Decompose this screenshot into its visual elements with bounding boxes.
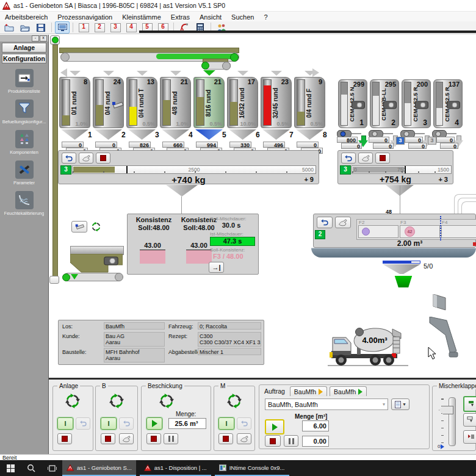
taskbar-app-intime-console[interactable]: INtime Console 0x9... bbox=[215, 460, 289, 476]
menu-prozessnavigation[interactable]: Prozessnavigation bbox=[52, 13, 117, 21]
silo-target-value: 826 bbox=[129, 142, 151, 148]
screen-4-button[interactable]: 4 bbox=[124, 21, 139, 34]
gate-close-button[interactable] bbox=[463, 430, 476, 444]
beschickung-stop-button[interactable] bbox=[146, 433, 161, 444]
silo-level-track bbox=[372, 82, 380, 126]
manual-flap-lever-icon[interactable] bbox=[110, 101, 124, 109]
silo-discharge-funnel[interactable] bbox=[229, 129, 256, 140]
screen-2-button[interactable]: 2 bbox=[92, 21, 107, 34]
m-stop-button[interactable] bbox=[218, 433, 233, 444]
monitor-icon bbox=[58, 24, 67, 32]
menu-extras[interactable]: Extras bbox=[166, 13, 195, 21]
m-group: M I bbox=[214, 386, 255, 451]
beschickung-pause-button[interactable] bbox=[164, 433, 178, 444]
auftrag-start-button[interactable] bbox=[265, 419, 284, 435]
menu-help[interactable]: ? bbox=[259, 13, 272, 21]
screen-3-button[interactable]: 3 bbox=[108, 21, 123, 34]
task-view-button[interactable] bbox=[41, 460, 62, 476]
skip-motor-icon[interactable] bbox=[104, 256, 118, 265]
silo-bin-number: 1 bbox=[88, 131, 92, 139]
silo-discharge-funnel-active[interactable] bbox=[195, 129, 223, 140]
skip-lever-button[interactable] bbox=[71, 221, 87, 233]
gate-slider-track[interactable] bbox=[449, 397, 456, 446]
m-start-button[interactable]: I bbox=[218, 417, 234, 430]
scale-manual-button[interactable] bbox=[358, 153, 373, 164]
m-undo-button[interactable] bbox=[237, 417, 251, 430]
silo-discharge-funnel[interactable] bbox=[262, 129, 290, 140]
screw-motor-icon[interactable] bbox=[383, 101, 397, 109]
job-tab-2[interactable]: BauMfh bbox=[330, 386, 367, 396]
sidebar-item-komponenten[interactable]: Komponenten bbox=[0, 130, 48, 155]
menu-kleinstaemme[interactable]: Kleinstämme bbox=[117, 13, 166, 21]
silo-discharge-funnel[interactable] bbox=[61, 129, 88, 140]
auftrag-target-volume[interactable]: 6.00 bbox=[302, 420, 329, 431]
auftrag-tab-label[interactable]: Auftrag bbox=[262, 386, 287, 396]
save-button[interactable] bbox=[34, 21, 48, 34]
process-screen-button[interactable] bbox=[55, 21, 70, 34]
b-stop-button[interactable] bbox=[101, 433, 115, 444]
sidebar-collapse-button[interactable]: - bbox=[32, 35, 39, 41]
auftrag-stop-button[interactable] bbox=[265, 435, 281, 447]
taskbar-search-button[interactable] bbox=[21, 460, 41, 476]
mixer-undo-button[interactable] bbox=[317, 217, 333, 228]
mixer-manual-button[interactable] bbox=[335, 217, 351, 228]
start-button[interactable] bbox=[0, 460, 21, 476]
auto-cycle-icon bbox=[109, 393, 124, 409]
sidebar-close-button[interactable]: x bbox=[40, 35, 47, 41]
scale-stop-button[interactable] bbox=[375, 153, 390, 164]
scale-undo-button[interactable] bbox=[341, 153, 356, 164]
mixer-volume: 2.00 m³ bbox=[369, 239, 451, 248]
b-undo-button[interactable] bbox=[119, 417, 134, 430]
auftrag-pause-button[interactable] bbox=[284, 435, 298, 447]
tools-icon bbox=[15, 160, 34, 179]
anlage-undo-button[interactable] bbox=[76, 417, 90, 430]
screw-motor-icon[interactable] bbox=[352, 101, 365, 109]
taskbar-app-as1-geniobeton[interactable]: as1 - Geniobeton S... bbox=[62, 460, 136, 476]
app-logo-icon bbox=[2, 2, 10, 10]
silo-level-fill bbox=[129, 107, 137, 125]
order-combobox[interactable]: BauMfh, BauMfh ▾ bbox=[265, 398, 388, 410]
silo-discharge-funnel[interactable] bbox=[296, 129, 323, 140]
taskbar-app-as1-disposition[interactable]: as1 - Disposition | ... bbox=[140, 460, 211, 476]
konsistenz-step-button[interactable]: →| bbox=[209, 262, 224, 273]
anlage-start-button[interactable]: I bbox=[57, 417, 73, 430]
scale-mode-badge: 3 bbox=[60, 165, 71, 175]
b-group: B I bbox=[95, 386, 138, 451]
menu-suchen[interactable]: Suchen bbox=[226, 13, 259, 21]
open-button[interactable] bbox=[18, 21, 32, 34]
screw-motor-icon[interactable] bbox=[415, 101, 428, 109]
connector-line bbox=[400, 186, 400, 214]
screw-motor-icon[interactable] bbox=[447, 101, 460, 109]
job-tab-1[interactable]: BauMfh bbox=[290, 386, 327, 396]
menu-ansicht[interactable]: Ansicht bbox=[195, 13, 226, 21]
scale-undo-button[interactable] bbox=[62, 153, 76, 164]
sidebar-item-produktionsliste[interactable]: Produktionsliste bbox=[0, 69, 48, 94]
sidebar-item-befuellungskonfiguration[interactable]: Befuellungskonfigur... bbox=[0, 99, 48, 124]
beschickung-start-button[interactable] bbox=[146, 417, 162, 430]
silo-discharge-funnel[interactable] bbox=[95, 129, 122, 140]
silo-discharge-funnel[interactable] bbox=[162, 129, 189, 140]
b-manual-button[interactable] bbox=[119, 433, 134, 444]
sidebar-tab-konfiguration[interactable]: Konfiguration bbox=[2, 54, 46, 63]
taskbar: as1 - Geniobeton S... as1 - Disposition … bbox=[0, 460, 476, 476]
scale-stop-button[interactable] bbox=[96, 153, 110, 164]
menu-arbeitsbereich[interactable]: Arbeitsbereich bbox=[0, 13, 52, 21]
silo-discharge-funnel[interactable] bbox=[128, 129, 156, 140]
sidebar-item-feuchtekalibrierung[interactable]: Feuchtekalibrierung bbox=[0, 191, 48, 216]
anlage-stop-button[interactable] bbox=[57, 433, 72, 444]
new-workspace-button[interactable] bbox=[2, 21, 16, 34]
b-start-button[interactable]: I bbox=[101, 417, 117, 430]
beschickung-menge-value[interactable]: 25.6 m³ bbox=[168, 418, 206, 429]
scale-manual-button[interactable] bbox=[79, 153, 93, 164]
screen-1-button[interactable]: 1 bbox=[76, 21, 91, 34]
order-report-button[interactable]: ▾ bbox=[391, 398, 409, 410]
sidebar-item-parameter[interactable]: Parameter bbox=[0, 160, 48, 186]
cement-mode-badge[interactable]: 3 bbox=[428, 137, 436, 145]
sidebar-tab-anlage[interactable]: Anlage bbox=[2, 43, 46, 52]
silo-body: 0/4 rund F 9 0.5% bbox=[294, 77, 325, 128]
gate-half-button[interactable] bbox=[463, 413, 476, 427]
gate-open-button[interactable] bbox=[463, 396, 476, 412]
cement-mode-badge-selected[interactable]: 3 bbox=[396, 137, 405, 145]
m-manual-button[interactable] bbox=[237, 433, 251, 444]
fahrzeug-value: 0; Raccolta bbox=[198, 322, 261, 330]
